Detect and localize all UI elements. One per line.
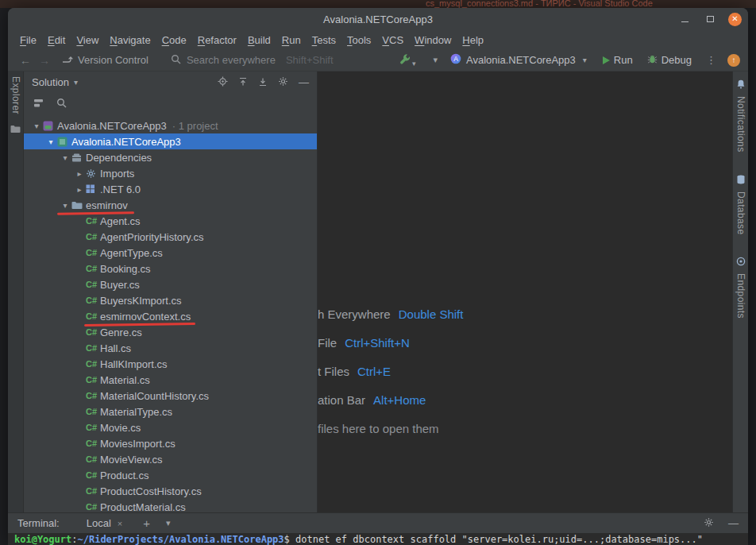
- update-available-icon[interactable]: ↑: [727, 54, 740, 67]
- close-icon[interactable]: ×: [118, 519, 122, 528]
- more-options-icon[interactable]: ⋮: [706, 54, 716, 66]
- tree-item-imports[interactable]: ▸Imports: [24, 165, 317, 181]
- tree-item-material-cs[interactable]: C#Material.cs: [24, 372, 317, 388]
- debug-label: Debug: [662, 54, 692, 66]
- tree-item-agent-cs[interactable]: C#Agent.cs: [24, 213, 317, 229]
- terminal-output[interactable]: koi@Yogurt:~/RiderProjects/Avalonia.NETC…: [8, 533, 748, 545]
- run-label: Run: [614, 54, 633, 66]
- close-button[interactable]: ✕: [728, 13, 742, 26]
- terminal-tab-local[interactable]: Local ×: [87, 517, 123, 529]
- chevron-down-icon[interactable]: ▾: [30, 122, 43, 130]
- menu-item-refactor[interactable]: Refactor: [192, 33, 242, 48]
- run-configuration-selector[interactable]: A Avalonia.NETCoreApp3 ▾: [450, 53, 587, 68]
- menu-item-edit[interactable]: Edit: [42, 33, 71, 48]
- hide-panel-icon[interactable]: —: [299, 76, 309, 88]
- welcome-shortcut-row: t FilesCtrl+E: [318, 365, 463, 381]
- menu-item-window[interactable]: Window: [409, 33, 457, 48]
- menu-item-run[interactable]: Run: [276, 33, 307, 48]
- tree-item-net-6-0[interactable]: ▸.NET 6.0: [24, 181, 317, 197]
- terminal-bar: Terminal: Local × + ▾ —: [8, 512, 748, 533]
- search-everywhere-button[interactable]: Search everywhere Shift+Shift: [171, 53, 334, 68]
- settings-gear-icon[interactable]: [704, 516, 714, 531]
- bug-icon: [647, 53, 658, 68]
- tree-item-agenttype-cs[interactable]: C#AgentType.cs: [24, 245, 317, 261]
- tree-item-agentpriorityhistory-cs[interactable]: C#AgentPriorityHistory.cs: [24, 229, 317, 245]
- search-placeholder: Search everywhere: [187, 54, 276, 66]
- window-controls: ✕: [677, 8, 742, 30]
- tree-item-avalonia-netcoreapp3[interactable]: ▾Avalonia.NETCoreApp3· 1 project: [24, 118, 317, 133]
- tool-tab-notifications[interactable]: Notifications: [735, 78, 746, 153]
- hide-panel-icon[interactable]: —: [728, 517, 739, 529]
- tree-item-hall-cs[interactable]: C#Hall.cs: [24, 340, 317, 356]
- solution-view-selector[interactable]: Solution: [32, 76, 69, 88]
- menu-item-vcs[interactable]: VCS: [376, 33, 409, 48]
- run-button[interactable]: Run: [603, 54, 633, 66]
- tree-item-hallkimport-cs[interactable]: C#HallKImport.cs: [24, 356, 317, 372]
- right-tool-stripe: NotificationsDatabaseEndpoints: [732, 72, 748, 512]
- shortcut-keys: Ctrl+Shift+N: [345, 336, 410, 350]
- forward-icon[interactable]: →: [35, 54, 54, 67]
- tree-item-esmirnovcontext-cs[interactable]: C#esmirnovContext.cs: [24, 308, 317, 324]
- view-options-icon[interactable]: [33, 97, 44, 111]
- locate-target-icon[interactable]: [218, 75, 228, 90]
- csharp-file-icon: C#: [86, 486, 100, 496]
- csharp-file-icon: C#: [86, 343, 100, 353]
- build-tool-button[interactable]: ▾: [399, 53, 416, 68]
- tree-item-buyer-cs[interactable]: C#Buyer.cs: [24, 276, 317, 292]
- tool-tab-endpoints[interactable]: Endpoints: [735, 255, 746, 319]
- tree-item-dependencies[interactable]: ▾Dependencies: [24, 149, 317, 165]
- menu-item-help[interactable]: Help: [457, 33, 489, 48]
- tree-item-content: C#Product.cs: [73, 467, 148, 483]
- menu-item-view[interactable]: View: [71, 33, 104, 48]
- tree-item-product-cs[interactable]: C#Product.cs: [24, 467, 317, 483]
- maximize-button[interactable]: [703, 12, 717, 26]
- menu-item-navigate[interactable]: Navigate: [104, 33, 156, 48]
- menu-item-tools[interactable]: Tools: [341, 33, 376, 48]
- tree-item-movie-cs[interactable]: C#Movie.cs: [24, 419, 317, 435]
- welcome-shortcut-row: files here to open them: [318, 422, 463, 438]
- tree-item-booking-cs[interactable]: C#Booking.cs: [24, 261, 317, 276]
- rider-window: Avalonia.NETCoreApp3 ✕ FileEditViewNavig…: [8, 8, 748, 545]
- new-terminal-icon[interactable]: +: [143, 516, 150, 530]
- tree-item-esmirnov[interactable]: ▾esmirnov: [24, 197, 317, 213]
- tree-item-materialtype-cs[interactable]: C#MaterialType.cs: [24, 404, 317, 419]
- collapse-all-icon[interactable]: [258, 75, 268, 90]
- tree-item-materialcounthistory-cs[interactable]: C#MaterialCountHistory.cs: [24, 388, 317, 404]
- chevron-right-icon[interactable]: ▸: [73, 169, 86, 178]
- main-toolbar: ← → Version Control Search everywhere Sh…: [8, 49, 748, 72]
- chevron-down-icon[interactable]: ▾: [59, 153, 71, 162]
- debug-button[interactable]: Debug: [647, 53, 692, 68]
- solution-panel-header: Solution ▾ —: [24, 72, 317, 93]
- tree-item-productcosthistory-cs[interactable]: C#ProductCostHistory.cs: [24, 483, 317, 499]
- expand-all-icon[interactable]: [238, 75, 248, 90]
- tree-item-label: MaterialType.cs: [100, 406, 172, 418]
- folder-icon[interactable]: [10, 122, 21, 137]
- tool-tab-database[interactable]: Database: [735, 173, 746, 235]
- chevron-down-icon[interactable]: ▾: [433, 55, 438, 65]
- csharp-file-icon: C#: [86, 296, 100, 305]
- chevron-down-icon[interactable]: ▾: [166, 518, 171, 528]
- minimize-button[interactable]: [677, 12, 692, 26]
- tree-item-movieview-cs[interactable]: C#MovieView.cs: [24, 451, 317, 467]
- tree-item-buyerskimport-cs[interactable]: C#BuyersKImport.cs: [24, 292, 317, 308]
- menu-item-file[interactable]: File: [14, 33, 42, 48]
- chevron-down-icon[interactable]: ▾: [44, 137, 57, 146]
- menu-item-code[interactable]: Code: [156, 33, 192, 48]
- tree-item-avalonia-netcoreapp3[interactable]: ▾Avalonia.NETCoreApp3: [24, 133, 317, 149]
- search-icon[interactable]: [56, 97, 67, 111]
- tree-item-label: ProductCostHistory.cs: [100, 485, 202, 497]
- tree-item-label: esmirnov: [86, 199, 128, 211]
- explorer-tool-tab[interactable]: Explorer: [10, 76, 21, 114]
- tree-item-label: Imports: [100, 168, 134, 180]
- menu-item-tests[interactable]: Tests: [307, 33, 341, 48]
- tree-item-moviesimport-cs[interactable]: C#MoviesImport.cs: [24, 435, 317, 451]
- back-icon[interactable]: ←: [16, 54, 35, 67]
- tree-item-productmaterial-cs[interactable]: C#ProductMaterial.cs: [24, 499, 317, 512]
- chevron-right-icon[interactable]: ▸: [73, 185, 86, 194]
- tree-item-genre-cs[interactable]: C#Genre.cs: [24, 324, 317, 340]
- menu-item-build[interactable]: Build: [242, 33, 276, 48]
- settings-gear-icon[interactable]: [278, 75, 288, 90]
- chevron-down-icon[interactable]: ▾: [59, 201, 71, 210]
- version-control-button[interactable]: Version Control: [62, 53, 148, 68]
- terminal-prompt-user: koi@Yogurt: [14, 534, 71, 545]
